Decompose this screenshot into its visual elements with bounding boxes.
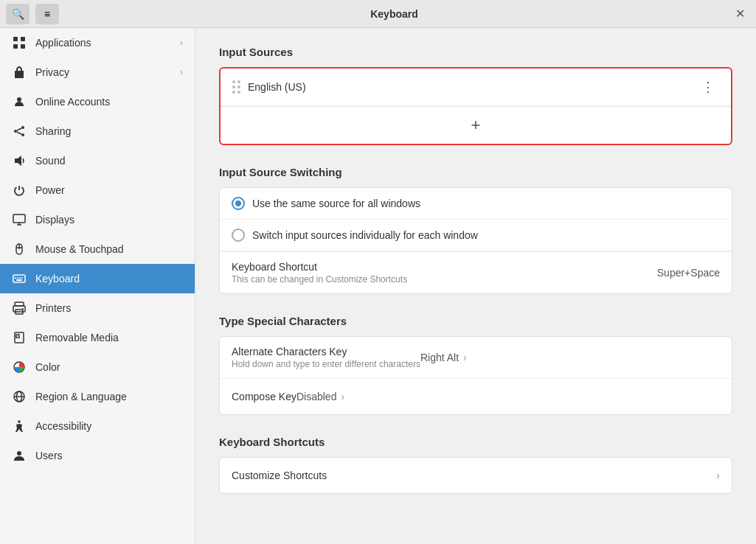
- keyboard-shortcut-label: Keyboard Shortcut: [232, 261, 657, 273]
- sidebar-label-mouse-touchpad: Mouse & Touchpad: [35, 243, 183, 255]
- type-special-characters-title: Type Special Characters: [219, 315, 732, 327]
- svg-rect-3: [21, 44, 25, 49]
- sidebar-item-removable-media[interactable]: Removable Media: [0, 323, 195, 352]
- input-sources-title: Input Sources: [219, 46, 732, 58]
- alternate-characters-key-chevron: ›: [463, 352, 467, 363]
- sidebar-label-applications: Applications: [35, 37, 171, 49]
- svg-rect-11: [13, 215, 25, 223]
- chevron-privacy: ›: [180, 67, 183, 77]
- keyboard-shortcut-sublabel: This can be changed in Customize Shortcu…: [232, 274, 657, 285]
- customize-shortcuts-chevron: ›: [716, 470, 720, 481]
- svg-point-33: [18, 420, 21, 423]
- applications-icon: [12, 35, 27, 50]
- sidebar-item-region-language[interactable]: Region & Language: [0, 382, 195, 411]
- svg-rect-28: [16, 335, 19, 338]
- compose-key-row[interactable]: Compose Key Disabled ›: [220, 379, 732, 414]
- sidebar-item-accessibility[interactable]: Accessibility: [0, 411, 195, 441]
- input-source-menu-button[interactable]: ⋮: [697, 77, 719, 97]
- region-language-icon: [12, 389, 27, 404]
- sidebar-label-displays: Displays: [35, 214, 183, 226]
- alternate-characters-key-row[interactable]: Alternate Characters Key Hold down and t…: [220, 337, 732, 379]
- title-bar: 🔍 ≡ Keyboard ✕: [0, 0, 756, 28]
- menu-button[interactable]: ≡: [35, 4, 59, 24]
- search-icon: 🔍: [12, 8, 24, 20]
- displays-icon: [12, 212, 27, 227]
- sidebar-label-sound: Sound: [35, 155, 183, 167]
- sidebar-item-mouse-touchpad[interactable]: Mouse & Touchpad: [0, 234, 195, 264]
- compose-key-chevron: ›: [341, 391, 344, 402]
- keyboard-shortcut-row: Keyboard Shortcut This can be changed in…: [220, 251, 732, 293]
- radio-same-source[interactable]: Use the same source for all windows: [220, 188, 732, 220]
- add-input-source-button[interactable]: +: [471, 116, 481, 135]
- keyboard-shortcut-label-group: Keyboard Shortcut This can be changed in…: [232, 261, 657, 285]
- online-accounts-icon: [12, 94, 27, 109]
- alternate-characters-key-label-group: Alternate Characters Key Hold down and t…: [232, 346, 420, 369]
- window-title: Keyboard: [59, 8, 729, 20]
- sidebar-item-applications[interactable]: Applications ›: [0, 28, 195, 57]
- sidebar-label-privacy: Privacy: [35, 66, 171, 78]
- sidebar-item-power[interactable]: Power: [0, 175, 195, 205]
- keyboard-shortcut-value: Super+Space: [657, 267, 720, 279]
- sidebar-item-users[interactable]: Users: [0, 441, 195, 470]
- input-source-switching-title: Input Source Switching: [219, 166, 732, 178]
- sidebar-item-color[interactable]: Color: [0, 352, 195, 382]
- radio-same-source-indicator: [232, 197, 245, 210]
- svg-point-34: [17, 451, 21, 456]
- removable-media-icon: [12, 330, 27, 345]
- sidebar-label-sharing: Sharing: [35, 125, 183, 137]
- sidebar-item-privacy[interactable]: Privacy ›: [0, 57, 195, 87]
- sidebar-label-printers: Printers: [35, 302, 183, 314]
- sidebar-label-online-accounts: Online Accounts: [35, 96, 183, 108]
- type-special-characters-section: Type Special Characters Alternate Charac…: [219, 315, 732, 415]
- sidebar-label-power: Power: [35, 184, 183, 196]
- sidebar-item-online-accounts[interactable]: Online Accounts: [0, 87, 195, 116]
- svg-line-8: [17, 128, 21, 130]
- sidebar-item-printers[interactable]: Printers: [0, 293, 195, 323]
- alternate-characters-key-label: Alternate Characters Key: [232, 346, 420, 358]
- input-source-english-us: English (US) ⋮: [221, 69, 731, 106]
- sidebar-label-accessibility: Accessibility: [35, 420, 183, 432]
- sidebar-item-keyboard[interactable]: Keyboard: [0, 264, 195, 293]
- sound-icon: [12, 153, 27, 168]
- sidebar-item-sharing[interactable]: Sharing: [0, 116, 195, 146]
- sharing-icon: [12, 124, 27, 139]
- close-button[interactable]: ✕: [729, 4, 750, 24]
- svg-point-7: [21, 133, 24, 136]
- add-input-source-row[interactable]: +: [221, 106, 731, 144]
- type-special-characters-card: Alternate Characters Key Hold down and t…: [219, 336, 732, 415]
- search-button[interactable]: 🔍: [6, 4, 30, 24]
- svg-rect-1: [21, 37, 25, 41]
- compose-key-label: Compose Key: [232, 391, 296, 402]
- sidebar-item-displays[interactable]: Displays: [0, 205, 195, 234]
- sidebar-label-region-language: Region & Language: [35, 391, 183, 402]
- keyboard-shortcuts-card: Customize Shortcuts ›: [219, 457, 732, 494]
- accessibility-icon: [12, 419, 27, 433]
- power-icon: [12, 183, 27, 198]
- main-content: Input Sources English (US) ⋮ + Input: [195, 28, 756, 544]
- printers-icon: [12, 301, 27, 315]
- keyboard-icon: [12, 271, 27, 286]
- privacy-icon: [12, 65, 27, 80]
- app-body: Applications › Privacy › Online Accounts…: [0, 28, 756, 544]
- compose-key-value: Disabled: [296, 391, 336, 402]
- svg-rect-17: [13, 275, 25, 282]
- input-source-switching-card: Use the same source for all windows Swit…: [219, 187, 732, 294]
- menu-icon: ≡: [44, 8, 50, 20]
- sidebar-label-users: Users: [35, 450, 183, 461]
- radio-individual-source[interactable]: Switch input sources individually for ea…: [220, 220, 732, 251]
- radio-individual-source-label: Switch input sources individually for ea…: [252, 229, 478, 241]
- customize-shortcuts-row[interactable]: Customize Shortcuts ›: [220, 458, 732, 493]
- input-sources-section: Input Sources English (US) ⋮ +: [219, 46, 732, 145]
- sidebar-label-keyboard: Keyboard: [35, 273, 183, 285]
- customize-shortcuts-label: Customize Shortcuts: [232, 470, 716, 481]
- keyboard-shortcuts-section: Keyboard Shortcuts Customize Shortcuts ›: [219, 436, 732, 494]
- input-sources-card: English (US) ⋮ +: [219, 67, 732, 145]
- svg-point-6: [14, 130, 17, 133]
- svg-rect-2: [13, 44, 18, 49]
- color-icon: [12, 360, 27, 374]
- radio-individual-source-indicator: [232, 229, 245, 242]
- drag-handle[interactable]: [232, 80, 240, 94]
- svg-point-5: [21, 126, 24, 129]
- sidebar-item-sound[interactable]: Sound: [0, 146, 195, 175]
- chevron-applications: ›: [180, 38, 183, 48]
